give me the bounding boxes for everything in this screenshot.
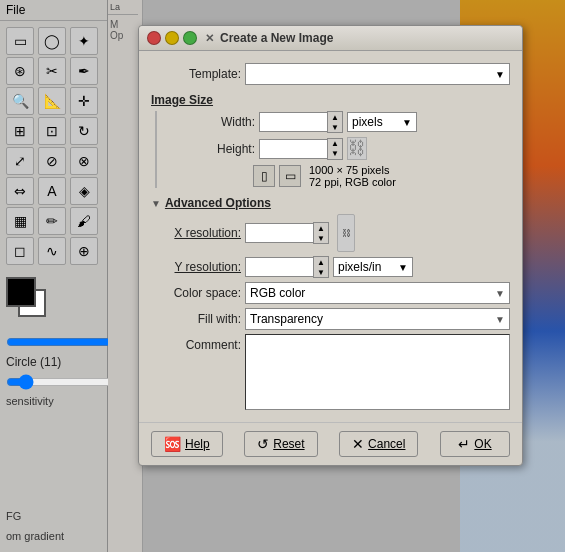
tool-flip[interactable]: ⇔ (6, 177, 34, 205)
tool-paintbrush[interactable]: 🖌 (70, 207, 98, 235)
tool-move[interactable]: ✛ (70, 87, 98, 115)
color-space-dropdown[interactable]: RGB color ▼ (245, 282, 510, 304)
tool-blend[interactable]: ▦ (6, 207, 34, 235)
comment-textarea[interactable] (245, 334, 510, 410)
advanced-label: Advanced Options (165, 196, 271, 210)
x-res-up-button[interactable]: ▲ (314, 223, 328, 233)
reset-button[interactable]: ↺ Reset (244, 431, 317, 457)
image-size-label: Image Size (151, 93, 213, 107)
dialog-titlebar: ✕ Create a New Image (139, 26, 522, 51)
toolbox-grid: ▭ ◯ ✦ ⊛ ✂ ✒ 🔍 📐 ✛ ⊞ ⊡ ↻ ⤢ ⊘ ⊗ ⇔ A ◈ ▦ ✏ … (0, 21, 107, 271)
fill-with-label: Fill with: (151, 312, 241, 326)
cancel-label: Cancel (368, 437, 405, 451)
help-label: Help (185, 437, 210, 451)
sensitivity-label: sensitivity (6, 395, 101, 407)
tool-airbrush[interactable]: ∿ (38, 237, 66, 265)
y-resolution-input[interactable]: 72.000 (245, 257, 313, 277)
dialog-buttons: 🆘 Help ↺ Reset ✕ Cancel ↵ OK (139, 422, 522, 465)
tool-fuzzy-select[interactable]: ⊛ (6, 57, 34, 85)
from-gradient-label: om gradient (6, 530, 64, 542)
width-down-button[interactable]: ▼ (328, 122, 342, 132)
landscape-button[interactable]: ▭ (279, 165, 301, 187)
x-resolution-row: X resolution: 72.000 ▲ ▼ ⛓ (151, 214, 510, 252)
template-dropdown[interactable]: ▼ (245, 63, 510, 85)
brush-name-label: Circle (11) (6, 355, 101, 369)
image-size-heading: Image Size (151, 93, 510, 107)
tool-eraser[interactable]: ◻ (6, 237, 34, 265)
y-res-down-button[interactable]: ▼ (314, 267, 328, 277)
cancel-icon: ✕ (352, 436, 364, 452)
width-unit-arrow: ▼ (402, 117, 412, 128)
advanced-heading: ▼ Advanced Options (151, 196, 510, 210)
resolution-unit-dropdown[interactable]: pixels/in ▼ (333, 257, 413, 277)
x-res-down-button[interactable]: ▼ (314, 233, 328, 243)
tool-free-select[interactable]: ✦ (70, 27, 98, 55)
fill-with-dropdown[interactable]: Transparency ▼ (245, 308, 510, 330)
fg-bg-area[interactable] (6, 277, 101, 327)
tool-measure[interactable]: 📐 (38, 87, 66, 115)
fg-color-square[interactable] (6, 277, 36, 307)
tool-rect-select[interactable]: ▭ (6, 27, 34, 55)
y-resolution-label: Y resolution: (151, 260, 241, 274)
y-resolution-stepper: 72.000 ▲ ▼ (245, 256, 329, 278)
tool-crop[interactable]: ⊡ (38, 117, 66, 145)
opacity-section: 100.0 (6, 333, 101, 351)
width-unit-dropdown[interactable]: pixels ▼ (347, 112, 417, 132)
width-unit-value: pixels (352, 115, 383, 129)
fill-with-dropdown-arrow: ▼ (495, 314, 505, 325)
tool-shear[interactable]: ⊘ (38, 147, 66, 175)
tool-pencil[interactable]: ✏ (38, 207, 66, 235)
height-up-button[interactable]: ▲ (328, 139, 342, 149)
height-stepper: 75 ▲ ▼ (259, 138, 343, 160)
height-down-button[interactable]: ▼ (328, 149, 342, 159)
x-resolution-input[interactable]: 72.000 (245, 223, 313, 243)
y-res-up-button[interactable]: ▲ (314, 257, 328, 267)
x-resolution-arrows: ▲ ▼ (313, 222, 329, 244)
tool-bucket[interactable]: ◈ (70, 177, 98, 205)
reset-label: Reset (273, 437, 304, 451)
comment-row: Comment: (151, 334, 510, 410)
chain-link-icon[interactable]: ⛓ (347, 137, 367, 160)
portrait-button[interactable]: ▯ (253, 165, 275, 187)
titlebar-x-icon: ✕ (205, 32, 214, 45)
tool-text[interactable]: A (38, 177, 66, 205)
tool-scissors[interactable]: ✂ (38, 57, 66, 85)
file-menu[interactable]: File (6, 3, 25, 17)
tool-clone[interactable]: ⊕ (70, 237, 98, 265)
color-space-row: Color space: RGB color ▼ (151, 282, 510, 304)
height-label: Height: (165, 142, 255, 156)
template-dropdown-arrow: ▼ (495, 69, 505, 80)
tool-ellipse-select[interactable]: ◯ (38, 27, 66, 55)
dialog-body: Template: ▼ Image Size Width: 1000 ▲ ▼ (139, 51, 522, 422)
tool-scale[interactable]: ⤢ (6, 147, 34, 175)
height-input[interactable]: 75 (259, 139, 327, 159)
tool-align[interactable]: ⊞ (6, 117, 34, 145)
resolution-chain-icon[interactable]: ⛓ (337, 214, 355, 252)
advanced-options-section: ▼ Advanced Options X resolution: 72.000 … (151, 196, 510, 410)
height-arrows: ▲ ▼ (327, 138, 343, 160)
tool-perspective[interactable]: ⊗ (70, 147, 98, 175)
cancel-button[interactable]: ✕ Cancel (339, 431, 418, 457)
info-pixels: 1000 × 75 pixels (309, 164, 396, 176)
titlebar-buttons (147, 31, 197, 45)
comment-label: Comment: (151, 334, 241, 352)
orientation-row: ▯ ▭ 1000 × 75 pixels 72 ppi, RGB color (253, 164, 510, 188)
resolution-unit-arrow: ▼ (398, 262, 408, 273)
ok-button[interactable]: ↵ OK (440, 431, 510, 457)
close-button[interactable] (147, 31, 161, 45)
fill-with-row: Fill with: Transparency ▼ (151, 308, 510, 330)
width-input[interactable]: 1000 (259, 112, 327, 132)
width-up-button[interactable]: ▲ (328, 112, 342, 122)
menu-bar[interactable]: File (0, 0, 107, 21)
help-button[interactable]: 🆘 Help (151, 431, 223, 457)
tool-zoom[interactable]: 🔍 (6, 87, 34, 115)
brush-size-row: 1.00 (6, 373, 101, 391)
y-resolution-arrows: ▲ ▼ (313, 256, 329, 278)
x-resolution-label: X resolution: (151, 226, 241, 240)
advanced-triangle-icon[interactable]: ▼ (151, 198, 161, 209)
minimize-button[interactable] (165, 31, 179, 45)
height-row: Height: 75 ▲ ▼ ⛓ (165, 137, 510, 160)
maximize-button[interactable] (183, 31, 197, 45)
tool-paths[interactable]: ✒ (70, 57, 98, 85)
tool-rotate[interactable]: ↻ (70, 117, 98, 145)
